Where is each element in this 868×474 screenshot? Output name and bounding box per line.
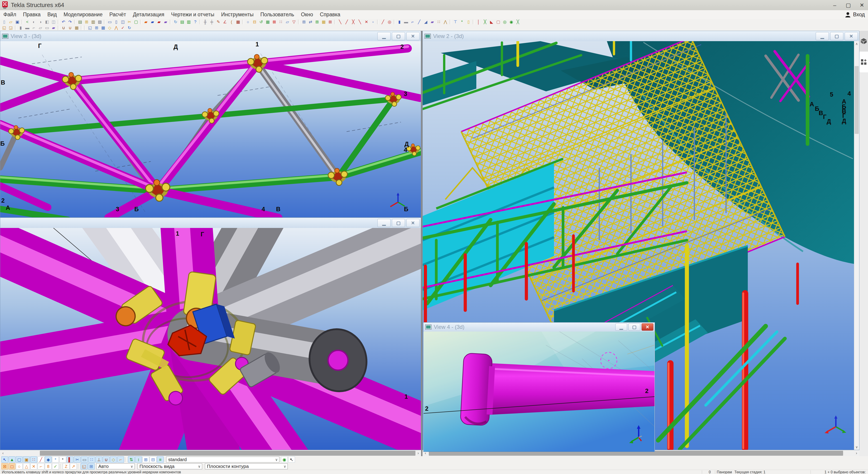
copy-rotate-icon[interactable]: ⊞ (314, 19, 320, 25)
snap-depth-combo[interactable]: Авто ∨ (96, 463, 135, 469)
work-area-icon[interactable]: ▢ (133, 19, 139, 25)
smart-select-icon[interactable]: ↖ (288, 456, 295, 463)
view1-close-button[interactable]: ✕ (406, 219, 420, 227)
link-icon[interactable]: ⊠ (327, 19, 333, 25)
snap-geometry-icon[interactable]: ◻ (9, 463, 16, 470)
drawing-single-icon[interactable]: ▰ (156, 19, 162, 25)
plate-icon[interactable]: ◢ (423, 19, 429, 25)
spray-icon[interactable]: * (459, 19, 465, 25)
component-new-icon[interactable]: ◱ (87, 25, 93, 31)
filter-funnel-icon[interactable]: ▽ (291, 19, 297, 25)
view-list-icon[interactable]: ▯ (113, 19, 119, 25)
walk-icon[interactable]: ◧ (44, 19, 50, 25)
fence-y-icon[interactable]: ╪ (209, 19, 215, 25)
view1-viewport[interactable]: 1Г1 (0, 228, 421, 450)
select-levels-icon[interactable]: ≡ (157, 456, 164, 463)
angle-dim-icon[interactable]: ∠ (222, 19, 228, 25)
menu-item-2[interactable]: Правка (20, 11, 44, 18)
view-cube-icon[interactable]: ◫ (51, 19, 57, 25)
menu-item-9[interactable]: Пользователь (257, 11, 298, 18)
select-loads-icon[interactable]: ⌐ (117, 456, 124, 463)
select-planes-icon[interactable]: ◆ (45, 456, 52, 463)
export-icon[interactable]: ▱ (284, 19, 290, 25)
beam-icon[interactable]: ▬ (403, 19, 409, 25)
view4-minimize-button[interactable]: ▁ (615, 324, 627, 331)
bolt-cross-icon[interactable]: ╳ (482, 19, 488, 25)
menu-item-3[interactable]: Вид (44, 11, 60, 18)
select-bolts-icon[interactable]: ⊥ (96, 456, 102, 463)
new-view-icon[interactable]: ▭ (106, 19, 113, 25)
select-cuts-icon[interactable]: ✂ (74, 456, 81, 463)
rings-icon[interactable]: ◎ (502, 19, 508, 25)
grid-icon[interactable]: ▦ (235, 19, 241, 25)
menu-item-5[interactable]: Расчёт (106, 11, 129, 18)
view2-vertical-scrollbar[interactable]: ∧ ∨ (854, 41, 859, 450)
view3-maximize-button[interactable]: ▢ (392, 32, 405, 40)
window-close-button[interactable]: ✕ (858, 2, 866, 8)
point-intersect-icon[interactable]: ╳ (350, 19, 356, 25)
scroll-right-icon[interactable]: › (854, 450, 859, 456)
clip-plane-icon[interactable]: ✂ (126, 19, 132, 25)
rotate-view-icon[interactable]: ◑ (37, 19, 43, 25)
ortho-icon[interactable]: ◱ (81, 463, 87, 470)
select-axes-icon[interactable]: ↕ (135, 456, 142, 463)
drawing-assembly-icon[interactable]: ▰ (149, 19, 156, 25)
update-marks-icon[interactable]: ↻ (173, 19, 179, 25)
select-reinforcement-icon[interactable]: ◇ (110, 456, 117, 463)
menu-item-4[interactable]: Моделирование (60, 11, 106, 18)
rotation-plane-combo[interactable]: Плоскости контура ∨ (205, 463, 288, 469)
view1-canvas[interactable] (0, 228, 421, 450)
view2-close-button[interactable]: ✕ (845, 32, 858, 40)
select-surfaces-icon[interactable]: ▢ (16, 456, 23, 463)
doc-ok-icon[interactable]: ▥ (186, 19, 192, 25)
view4-maximize-button[interactable]: ▢ (628, 324, 640, 331)
bolt-list-icon[interactable]: ∷ (278, 19, 284, 25)
open-model-icon[interactable]: ▱ (8, 19, 14, 25)
selection-filter-combo[interactable]: standard ∨ (166, 456, 279, 463)
clash-check-icon[interactable]: ⊠ (271, 19, 277, 25)
drag-drop-icon[interactable]: ◉ (281, 456, 288, 463)
component-plane-icon[interactable]: ◇ (106, 25, 113, 31)
freehand-icon[interactable]: ✎ (215, 19, 221, 25)
concrete-polybeam-icon[interactable]: ⌐ (31, 25, 37, 31)
point-circle-icon[interactable]: ◎ (386, 19, 393, 25)
snap-perpendicular-icon[interactable]: Z (63, 463, 69, 470)
stud-icon[interactable]: ⊤ (452, 19, 459, 25)
clipboard-icon[interactable]: ▧ (97, 19, 103, 25)
menu-item-6[interactable]: Детализация (129, 11, 168, 18)
view2-titlebar[interactable]: View 2 - (3d) ▁ ▢ ✕ (423, 31, 859, 41)
drawing-ga-icon[interactable]: ▰ (143, 19, 149, 25)
part-properties-icon[interactable]: ◱ (1, 25, 7, 31)
select-points-icon[interactable]: ∷ (30, 456, 37, 463)
fit-view-icon[interactable]: < (24, 19, 30, 25)
eraser-icon[interactable]: ◲ (8, 25, 14, 31)
concrete-column-icon[interactable]: ▮ (18, 25, 24, 31)
view4-close-button[interactable]: ✕ (642, 324, 653, 331)
component-grid-icon[interactable]: ▦ (100, 25, 106, 31)
point-project-icon[interactable]: ✕ (363, 19, 370, 25)
snap-end-points-icon[interactable]: ✕ (30, 463, 37, 470)
rebar-hook-icon[interactable]: ∪ (67, 25, 73, 31)
drawing-multi-icon[interactable]: ▰ (162, 19, 169, 25)
panel-icon[interactable]: ▰ (51, 25, 57, 31)
report-icon[interactable]: ▥ (90, 19, 96, 25)
component-pair-icon[interactable]: ⊞ (93, 25, 100, 31)
copy-object-icon[interactable]: ⊞ (301, 19, 307, 25)
menu-item-11[interactable]: Справка (316, 11, 344, 18)
copy-properties-icon[interactable]: ⊞ (84, 19, 90, 25)
components-panel-button[interactable] (859, 52, 868, 72)
view3-close-button[interactable]: ✕ (406, 32, 420, 40)
item-icon[interactable]: ▰ (429, 19, 435, 25)
redraw-icon[interactable]: ↺ (258, 19, 264, 25)
polybeam-icon[interactable]: ⌐ (409, 19, 416, 25)
arc-icon[interactable]: ( (228, 19, 235, 25)
curved-beam-icon[interactable]: ╱ (416, 19, 422, 25)
select-parts-icon[interactable]: ▲ (9, 456, 16, 463)
phase-icon[interactable]: ⊟ (251, 19, 258, 25)
view3-viewport[interactable]: ГД12ВБ3Д42А3Б4ВБ (0, 41, 421, 217)
window-maximize-button[interactable]: ▢ (844, 2, 852, 8)
point-extend-icon[interactable]: ╲ (357, 19, 363, 25)
snap-nearest-icon[interactable]: ○ (16, 463, 23, 470)
view3-canvas[interactable] (0, 41, 421, 217)
snap-ref-points-icon[interactable]: ⊠ (1, 463, 8, 470)
